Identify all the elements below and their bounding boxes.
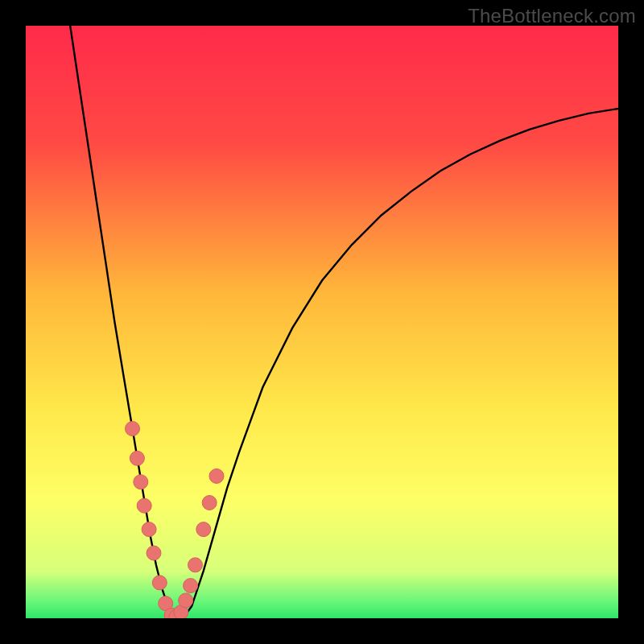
- marker-dot: [130, 451, 144, 465]
- marker-dot: [137, 498, 151, 513]
- watermark-text: TheBottleneck.com: [468, 5, 636, 27]
- marker-dot: [209, 469, 224, 483]
- outer-frame: TheBottleneck.com: [0, 0, 644, 644]
- marker-dot: [188, 558, 203, 572]
- marker-dot: [184, 579, 198, 593]
- chart-svg: [26, 26, 618, 618]
- marker-dot: [179, 593, 193, 608]
- plot-area: [26, 26, 618, 618]
- marker-dot: [142, 522, 156, 537]
- marker-dot: [196, 522, 211, 537]
- marker-group: [126, 422, 225, 619]
- marker-dot: [147, 546, 161, 560]
- marker-dot: [134, 475, 148, 489]
- marker-dot: [152, 576, 167, 590]
- marker-dot: [202, 496, 217, 510]
- marker-dot: [126, 422, 140, 436]
